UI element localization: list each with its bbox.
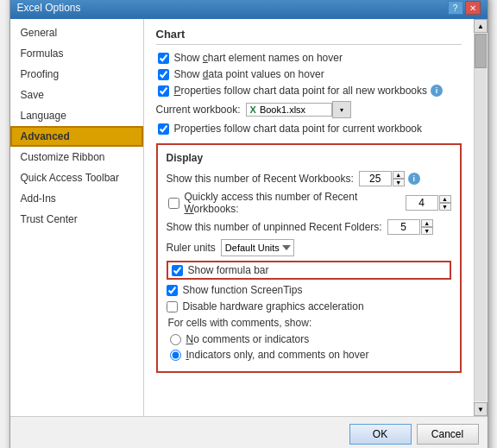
show-data-label: Show data point values on hover	[174, 68, 324, 80]
sidebar-item-add-ins[interactable]: Add-Ins	[10, 188, 143, 209]
sidebar-item-formulas[interactable]: Formulas	[10, 43, 143, 64]
chart-option-properties-current: Properties follow chart data point for c…	[156, 123, 462, 135]
unpinned-folders-up[interactable]: ▲	[421, 219, 433, 227]
title-bar-buttons: ? ✕	[448, 1, 481, 15]
current-workbook-value-box: X Book1.xlsx	[246, 103, 332, 117]
dialog-footer: OK Cancel	[10, 416, 488, 448]
unpinned-folders-down[interactable]: ▼	[421, 227, 433, 235]
sidebar-item-general[interactable]: General	[10, 22, 143, 43]
properties-new-label: Properties follow chart data point for a…	[174, 85, 428, 97]
sidebar-item-quick-access[interactable]: Quick Access Toolbar	[10, 167, 143, 188]
quick-access-spinner: ▲ ▼	[439, 195, 451, 211]
recent-workbooks-spinner: ▲ ▼	[393, 171, 405, 186]
unpinned-folders-label: Show this number of unpinned Recent Fold…	[167, 221, 382, 233]
recent-workbooks-input[interactable]	[359, 171, 392, 186]
formula-bar-checkbox[interactable]	[172, 265, 183, 276]
show-data-checkbox[interactable]	[158, 69, 169, 80]
chart-section-title: Chart	[156, 28, 462, 45]
unpinned-folders-row: Show this number of unpinned Recent Fold…	[167, 219, 451, 235]
properties-new-checkbox[interactable]	[158, 85, 169, 97]
help-button[interactable]: ?	[448, 1, 463, 15]
chart-option-properties-new: Properties follow chart data point for a…	[156, 85, 462, 97]
recent-workbooks-label: Show this number of Recent Workbooks:	[167, 173, 354, 185]
scroll-thumb[interactable]	[475, 34, 487, 68]
display-section-title: Display	[167, 152, 451, 164]
scrollbar: ▲ ▼	[474, 19, 488, 416]
indicators-label: Indicators only, and comments on hover	[186, 349, 369, 361]
ok-button[interactable]: OK	[349, 424, 412, 445]
no-comments-row: No comments or indicators	[167, 333, 451, 345]
screentips-row: Show function ScreenTips	[167, 284, 451, 296]
recent-workbooks-row: Show this number of Recent Workbooks: ▲ …	[167, 171, 451, 186]
excel-options-dialog: Excel Options ? ✕ General Formulas Proof…	[9, 0, 488, 448]
ruler-label: Ruler units	[167, 242, 216, 254]
chart-option-show-names: Show chart element names on hover	[156, 52, 462, 64]
screentips-label: Show function ScreenTips	[183, 284, 303, 296]
quick-access-up[interactable]: ▲	[439, 195, 451, 203]
recent-workbooks-info-icon[interactable]: i	[408, 173, 420, 185]
sidebar-item-trust-center[interactable]: Trust Center	[10, 209, 143, 230]
quick-access-input[interactable]	[406, 195, 438, 211]
quick-access-label: Quickly access this number of Recent Wor…	[185, 191, 400, 215]
current-workbook-value-text: Book1.xlsx	[260, 104, 305, 115]
sidebar: General Formulas Proofing Save Language …	[10, 19, 144, 416]
main-content: Chart Show chart element names on hover …	[144, 19, 474, 416]
formula-bar-row: Show formula bar	[167, 261, 451, 280]
scroll-down-arrow[interactable]: ▼	[474, 402, 488, 416]
sidebar-item-save[interactable]: Save	[10, 85, 143, 105]
sidebar-item-advanced[interactable]: Advanced	[10, 126, 143, 147]
sidebar-item-proofing[interactable]: Proofing	[10, 64, 143, 85]
properties-new-info-icon[interactable]: i	[431, 85, 443, 97]
no-comments-radio[interactable]	[170, 334, 181, 345]
ruler-row: Ruler units Default Units Inches Centime…	[167, 239, 451, 256]
dialog-title: Excel Options	[17, 2, 81, 14]
sidebar-item-customize-ribbon[interactable]: Customize Ribbon	[10, 147, 143, 167]
title-bar: Excel Options ? ✕	[10, 0, 488, 19]
recent-workbooks-up[interactable]: ▲	[393, 171, 405, 179]
formula-bar-label: Show formula bar	[188, 264, 269, 276]
scroll-up-arrow[interactable]: ▲	[474, 19, 488, 33]
excel-icon: X	[250, 104, 256, 115]
scroll-track[interactable]	[475, 34, 487, 401]
show-names-label: Show chart element names on hover	[174, 52, 343, 64]
properties-current-checkbox[interactable]	[158, 123, 169, 135]
display-section: Display Show this number of Recent Workb…	[156, 143, 462, 373]
no-comments-label: No comments or indicators	[186, 333, 310, 345]
recent-workbooks-down[interactable]: ▼	[393, 179, 405, 186]
content-wrap: Chart Show chart element names on hover …	[144, 19, 488, 416]
quick-access-checkbox[interactable]	[168, 198, 179, 209]
quick-access-row: Quickly access this number of Recent Wor…	[167, 191, 451, 215]
sidebar-item-language[interactable]: Language	[10, 105, 143, 126]
hardware-label: Disable hardware graphics acceleration	[183, 300, 364, 312]
indicators-row: Indicators only, and comments on hover	[167, 349, 451, 361]
show-names-checkbox[interactable]	[158, 53, 169, 64]
cancel-button[interactable]: Cancel	[417, 424, 479, 445]
quick-access-down[interactable]: ▼	[439, 203, 451, 211]
unpinned-folders-input[interactable]	[387, 219, 420, 235]
ruler-units-select[interactable]: Default Units Inches Centimeters Millime…	[221, 239, 294, 256]
screentips-checkbox[interactable]	[167, 285, 178, 296]
properties-current-label: Properties follow chart data point for c…	[174, 123, 422, 135]
dialog-body: General Formulas Proofing Save Language …	[10, 19, 488, 416]
close-button[interactable]: ✕	[465, 1, 481, 15]
comments-label: For cells with comments, show:	[167, 317, 451, 329]
indicators-radio[interactable]	[170, 350, 181, 361]
hardware-checkbox[interactable]	[167, 301, 178, 312]
current-workbook-row: Current workbook: X Book1.xlsx ▾	[156, 101, 462, 118]
chart-option-show-data: Show data point values on hover	[156, 68, 462, 80]
hardware-row: Disable hardware graphics acceleration	[167, 300, 451, 312]
current-workbook-dropdown[interactable]: ▾	[332, 101, 351, 118]
unpinned-folders-spinner: ▲ ▼	[421, 219, 433, 235]
current-workbook-label: Current workbook:	[156, 104, 241, 116]
